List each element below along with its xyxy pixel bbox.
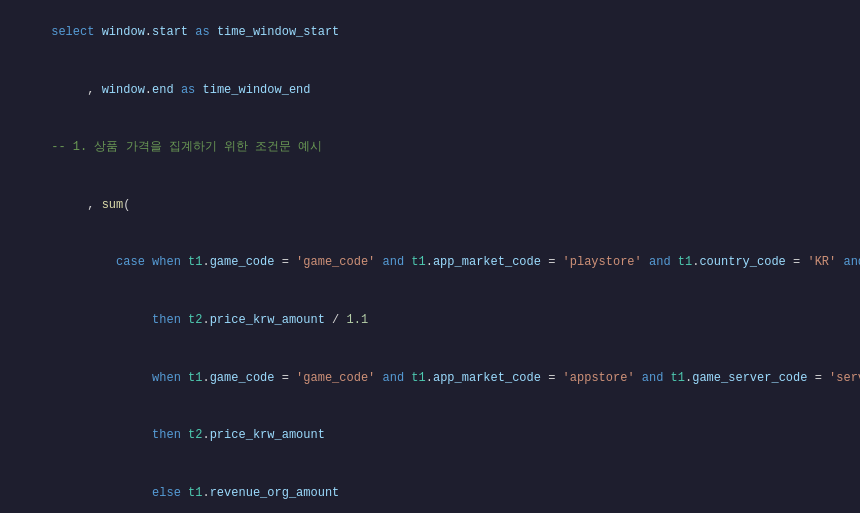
code-line: , sum( [0, 177, 860, 235]
code-line: then t2.price_krw_amount / 1.1 [0, 292, 860, 350]
code-line: -- 1. 상품 가격을 집계하기 위한 조건문 예시 [0, 119, 860, 177]
code-line: else t1.revenue_org_amount [0, 465, 860, 514]
code-line: , window.end as time_window_end [0, 62, 860, 120]
code-line: then t2.price_krw_amount [0, 407, 860, 465]
code-line: case when t1.game_code = 'game_code' and… [0, 234, 860, 292]
code-line: select window.start as time_window_start [0, 4, 860, 62]
code-editor: select window.start as time_window_start… [0, 0, 860, 513]
code-line: when t1.game_code = 'game_code' and t1.a… [0, 349, 860, 407]
